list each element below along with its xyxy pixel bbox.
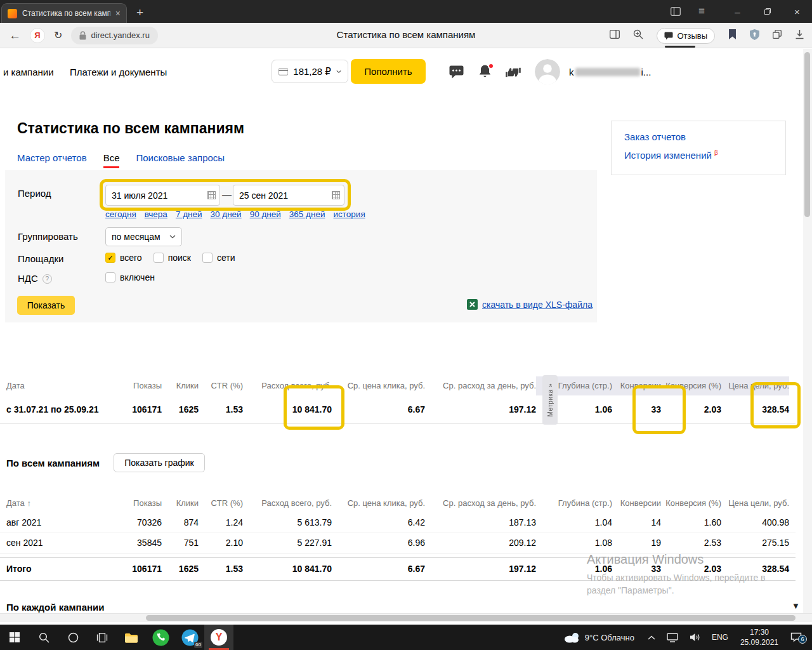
horizontal-scrollbar[interactable] [0, 613, 812, 622]
downloads-icon[interactable] [795, 29, 804, 42]
nav-payments-documents[interactable]: Платежи и документы [70, 67, 167, 77]
start-button[interactable] [0, 625, 29, 650]
quick-link-30days[interactable]: 30 дней [211, 209, 242, 219]
date-from-input[interactable] [105, 185, 220, 206]
task-view-button[interactable] [88, 625, 117, 650]
nav-my-campaigns[interactable]: и кампании [3, 67, 54, 77]
date-to-input[interactable] [233, 185, 344, 206]
header-cell: Конверсия (%) [661, 494, 721, 513]
action-center-button[interactable]: 6 [785, 632, 812, 642]
tab-report-master[interactable]: Мастер отчетов [17, 152, 87, 163]
checkbox-total[interactable]: ✓ всего [105, 253, 142, 263]
weather-widget[interactable]: 9°C Облачно [556, 632, 642, 643]
notification-count-badge: 6 [798, 635, 807, 644]
telegram-button[interactable]: 60 [175, 625, 204, 650]
change-history-text: История изменений [624, 150, 712, 161]
reviews-button[interactable]: Отзывы [657, 28, 715, 44]
zoom-icon[interactable] [633, 29, 643, 42]
yandex-browser-button[interactable]: Y [204, 625, 233, 650]
header-cell: Показы [127, 376, 162, 395]
checkbox-unchecked-icon[interactable] [202, 253, 213, 263]
quick-link-365days[interactable]: 365 дней [289, 209, 325, 219]
tray-expand-button[interactable] [642, 635, 661, 640]
username[interactable]: k i... [569, 67, 651, 77]
tab-search-queries[interactable]: Поисковые запросы [136, 152, 225, 163]
protect-shield-icon[interactable] [750, 29, 759, 43]
data-cell: 1.06 [558, 395, 612, 423]
horizontal-scrollbar-thumb[interactable] [146, 615, 796, 621]
change-history-link[interactable]: История изменений β [624, 149, 773, 161]
data-cell: 874 [162, 513, 199, 533]
tab-all[interactable]: Все [103, 152, 120, 168]
feedback-thumbs-icon[interactable] [504, 66, 522, 81]
tab-close-icon[interactable]: × [115, 9, 121, 18]
balance-dropdown[interactable]: 181,28 ₽ [272, 60, 348, 83]
header-cell: Клики [162, 494, 199, 513]
refresh-button[interactable]: ↻ [54, 30, 62, 41]
toolbar-page-title: Статистика по всем кампаниям [337, 29, 476, 40]
chat-icon[interactable] [449, 65, 464, 81]
checkbox-unchecked-icon[interactable] [105, 272, 115, 282]
file-explorer-button[interactable] [117, 625, 146, 650]
vertical-scrollbar-thumb[interactable] [804, 52, 810, 217]
collections-icon[interactable] [773, 30, 782, 41]
back-button[interactable]: ← [9, 29, 21, 41]
tab-panels-icon[interactable] [610, 30, 620, 41]
browser-tab[interactable]: Статистика по всем кампаниям × [1, 3, 127, 23]
calendar-icon[interactable] [332, 191, 340, 199]
address-bar[interactable]: direct.yandex.ru [71, 27, 158, 44]
checkbox-networks[interactable]: сети [202, 253, 235, 263]
taskbar-search-button[interactable] [29, 625, 58, 650]
metrika-label: Метрика » [547, 383, 554, 416]
header-cell-date-sort[interactable]: Дата ↑ [0, 494, 127, 513]
checkbox-vat-label: включен [120, 272, 155, 282]
window-minimize-button[interactable]: – [723, 0, 752, 23]
calendar-icon[interactable] [207, 191, 216, 199]
vertical-scrollbar[interactable] [803, 49, 812, 613]
window-close-button[interactable]: × [782, 0, 812, 23]
quick-link-7days[interactable]: 7 дней [176, 209, 202, 219]
campaigns-section-header: По всем кампаниям Показать график [6, 453, 205, 472]
xls-download-link[interactable]: скачать в виде XLS-файла [482, 300, 593, 310]
quick-link-today[interactable]: сегодня [105, 209, 136, 219]
chevron-down-icon [169, 235, 176, 239]
data-cell: 6.42 [332, 513, 425, 533]
topup-button[interactable]: Пополнить [351, 59, 426, 84]
browser-toolbar: ← Я ↻ direct.yandex.ru Статистика по все… [0, 23, 812, 48]
language-indicator[interactable]: ENG [706, 633, 734, 642]
side-panel-icon[interactable] [671, 7, 681, 16]
whatsapp-button[interactable] [146, 625, 175, 650]
cortana-button[interactable] [58, 625, 88, 650]
checkbox-unchecked-icon[interactable] [154, 253, 164, 263]
scroll-down-arrow-icon[interactable]: ▼ [792, 601, 800, 611]
network-icon[interactable] [661, 633, 684, 642]
yandex-logo-button[interactable]: Я [30, 28, 45, 43]
checkbox-vat-included[interactable]: включен [105, 272, 155, 282]
xls-download: скачать в виде XLS-файла [467, 299, 593, 310]
order-reports-link[interactable]: Заказ отчетов [624, 131, 773, 142]
show-chart-button[interactable]: Показать график [114, 453, 205, 472]
browser-menu-icon[interactable]: ≡ [698, 5, 705, 18]
quick-link-yesterday[interactable]: вчера [145, 209, 167, 219]
quick-link-90days[interactable]: 90 дней [250, 209, 281, 219]
new-tab-button[interactable]: + [136, 6, 143, 18]
quick-link-history[interactable]: история [334, 209, 365, 219]
metrika-tab[interactable]: Метрика » [542, 375, 558, 425]
window-restore-button[interactable] [752, 0, 782, 23]
data-cell: 33 [612, 395, 661, 423]
header-cell: Цена цели, руб. [721, 494, 789, 513]
show-button[interactable]: Показать [17, 296, 75, 315]
divider-cell [536, 533, 558, 553]
wallet-card-icon [278, 67, 288, 76]
divider-cell [536, 494, 558, 513]
volume-icon[interactable] [684, 633, 706, 642]
checkbox-search[interactable]: поиск [154, 253, 191, 263]
data-cell: 1625 [162, 558, 199, 580]
help-icon[interactable]: ? [43, 274, 52, 284]
avatar[interactable] [535, 59, 560, 84]
data-cell: 328.54 [721, 395, 789, 423]
clock[interactable]: 17:30 25.09.2021 [734, 627, 785, 647]
checkbox-checked-icon[interactable]: ✓ [105, 253, 115, 263]
group-by-select[interactable]: по месяцам [105, 227, 182, 246]
bookmark-icon[interactable] [728, 29, 737, 42]
